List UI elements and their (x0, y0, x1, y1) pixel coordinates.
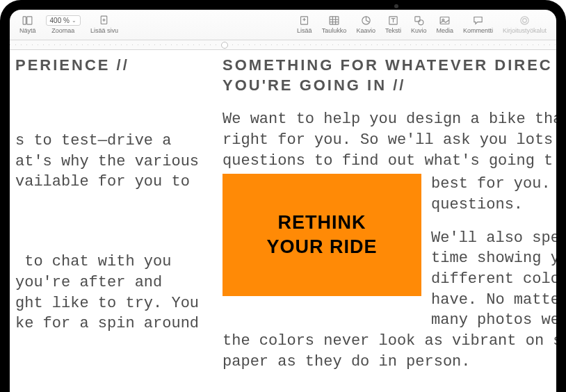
add-page-button[interactable]: Lisää sivu (86, 14, 122, 34)
media-label: Media (436, 27, 453, 34)
writing-tools-button[interactable]: Kirjoitustyökalut (499, 14, 551, 34)
writing-tools-label: Kirjoitustyökalut (503, 27, 547, 34)
left-column: PERIENCE // s to test—drive a at's why t… (10, 56, 204, 392)
svg-point-18 (418, 19, 423, 24)
shape-button[interactable]: Kuvio (407, 14, 431, 34)
chart-icon (359, 14, 373, 26)
writing-tools-icon (517, 14, 531, 26)
body-text: to chat with you you're after and ght li… (15, 252, 199, 334)
callout-box[interactable]: RETHINK YOUR RIDE (223, 174, 421, 296)
right-column: SOMETHING FOR WHATEVER DIREC YOU'RE GOIN… (204, 56, 556, 392)
device-camera (394, 4, 398, 8)
media-icon (438, 14, 452, 26)
text-button[interactable]: Teksti (381, 14, 405, 34)
svg-rect-1 (27, 16, 32, 24)
body-text: s to test—drive a at's why the various v… (15, 131, 199, 193)
zoom-value: 400 % (50, 17, 70, 24)
comment-label: Kommentti (463, 27, 493, 34)
comment-button[interactable]: Kommentti (459, 14, 497, 34)
view-button[interactable]: Näytä (15, 14, 40, 34)
table-icon (328, 14, 341, 26)
view-label: Näytä (19, 27, 36, 34)
document-canvas[interactable]: PERIENCE // s to test—drive a at's why t… (10, 50, 556, 392)
page-ruler (10, 40, 556, 50)
zoom-label: Zoomaa (51, 27, 74, 34)
shape-icon (412, 14, 426, 26)
callout-line: RETHINK (267, 211, 378, 235)
view-icon (21, 14, 35, 26)
add-page-icon (97, 14, 111, 26)
chevron-down-icon: ⌄ (72, 17, 76, 24)
toolbar: Näytä 400 % ⌄ Zoomaa Lisää sivu (10, 10, 556, 40)
app-window: Näytä 400 % ⌄ Zoomaa Lisää sivu (10, 10, 556, 392)
chart-label: Kaavio (356, 27, 375, 34)
insert-label: Lisää (297, 27, 312, 34)
right-section-title: SOMETHING FOR WHATEVER DIREC YOU'RE GOIN… (223, 56, 556, 95)
text-label: Teksti (385, 27, 401, 34)
insert-icon (298, 14, 312, 26)
body-text: the colors never look as vibrant on s pa… (223, 331, 556, 372)
comment-icon (471, 14, 485, 26)
add-page-label: Lisää sivu (90, 27, 118, 34)
shape-label: Kuvio (411, 27, 427, 34)
svg-rect-8 (330, 16, 339, 24)
media-button[interactable]: Media (432, 14, 458, 34)
body-text: We want to help you design a bike tha ri… (223, 109, 556, 171)
svg-rect-0 (23, 16, 26, 24)
page-break-marker[interactable] (221, 42, 228, 49)
text-icon (386, 14, 400, 26)
zoom-button[interactable]: 400 % ⌄ Zoomaa (42, 14, 85, 34)
chart-button[interactable]: Kaavio (352, 14, 380, 34)
svg-point-21 (521, 16, 528, 24)
table-button[interactable]: Taulukko (318, 14, 351, 34)
insert-button[interactable]: Lisää (293, 14, 316, 34)
callout-line: YOUR RIDE (267, 235, 378, 259)
table-label: Taulukko (322, 27, 347, 34)
left-section-title: PERIENCE // (15, 56, 199, 76)
